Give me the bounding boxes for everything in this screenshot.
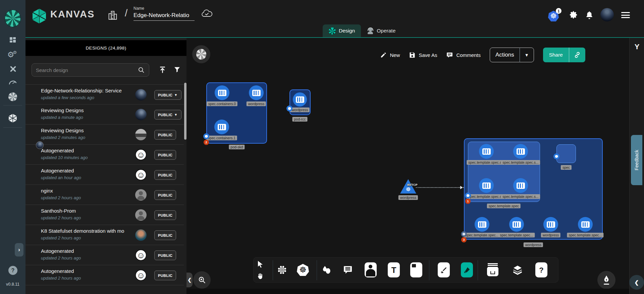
error-count-badge[interactable]: 3 [461, 237, 467, 242]
design-list-item[interactable]: Autogenerated updated 2 hours ago PUBLIC… [25, 245, 184, 265]
visibility-button[interactable]: PUBLIC ▼ [154, 190, 176, 200]
meshery-icon[interactable] [0, 91, 25, 102]
visibility-button[interactable]: PUBLIC ▼ [154, 250, 176, 260]
design-list-item[interactable]: Reviewing Designs updated a minute ago P… [25, 104, 184, 125]
media-icon[interactable] [365, 263, 377, 278]
menu-hamburger-icon[interactable] [621, 12, 630, 19]
share-label: Share [543, 52, 569, 58]
container-node[interactable] [479, 144, 494, 159]
hand-icon[interactable] [257, 273, 264, 280]
help-button[interactable]: ? [8, 266, 17, 275]
node-spec[interactable] [556, 144, 576, 163]
design-list-item[interactable]: Reviewing Designs updated 2 minutes ago … [25, 125, 184, 145]
container-node[interactable] [293, 92, 307, 106]
panel-scrollbar-thumb[interactable] [184, 83, 186, 140]
design-list-item[interactable]: nginx updated 2 hours ago PUBLIC ▼ [25, 185, 184, 205]
design-list-item[interactable]: Autogenerated updated an hour ago PUBLIC… [25, 165, 184, 185]
user-avatar[interactable] [600, 8, 614, 21]
layer5-logo[interactable] [4, 9, 21, 27]
save-as-button[interactable]: Save As [409, 52, 437, 58]
container-node[interactable] [214, 120, 229, 134]
kanvas-hexagon-icon[interactable] [0, 113, 25, 124]
visibility-button[interactable]: PUBLIC ▼ [154, 230, 176, 240]
kubernetes-icon[interactable]: ☸ [297, 264, 309, 276]
note-icon[interactable] [410, 263, 422, 278]
container-node[interactable] [249, 85, 264, 100]
marker-icon[interactable] [461, 263, 473, 278]
copy-link-icon[interactable] [569, 51, 585, 59]
comments-button[interactable]: Comments [446, 52, 481, 59]
design-search-input[interactable] [36, 67, 138, 73]
design-owner-avatar [135, 89, 147, 100]
pen-icon[interactable] [438, 263, 450, 278]
design-owner-avatar [135, 109, 147, 120]
container-node[interactable] [509, 217, 524, 232]
expand-rail-button[interactable]: › [15, 243, 23, 256]
pointer-icon[interactable] [256, 260, 264, 268]
visibility-button[interactable]: PUBLIC ▼ [154, 170, 176, 180]
container-node[interactable] [513, 144, 528, 159]
container-node[interactable] [475, 217, 489, 232]
actions-caret-icon[interactable]: ▼ [520, 53, 534, 58]
organization-icon[interactable] [107, 9, 118, 21]
api-icon[interactable] [277, 265, 287, 275]
layers-icon[interactable] [512, 265, 523, 275]
design-canvas[interactable]: New Save As Comments Actions ▼ Share spe… [186, 38, 629, 294]
new-button[interactable]: New [380, 52, 400, 58]
error-count-badge[interactable]: 1 [465, 199, 471, 204]
design-owner-avatar [135, 189, 147, 201]
feedback-tab[interactable]: Feedback [631, 135, 642, 185]
container-node[interactable] [513, 178, 528, 193]
visibility-button[interactable]: PUBLIC ▼ [154, 130, 176, 140]
collapse-right-rail-chevron[interactable]: ❮ [629, 275, 644, 290]
design-list-item[interactable]: Edge-Network-Relationship: Service updat… [25, 84, 184, 104]
container-node[interactable] [543, 217, 558, 232]
dashboard-icon[interactable] [0, 34, 25, 46]
configuration-tools-icon[interactable] [0, 63, 25, 75]
node-label: wordpress [398, 195, 418, 200]
import-design-icon[interactable] [158, 65, 167, 74]
design-owner-avatar [135, 169, 147, 180]
visibility-button[interactable]: PUBLIC ▼ [154, 90, 181, 100]
visibility-button[interactable]: PUBLIC ▼ [154, 150, 176, 160]
visibility-button[interactable]: PUBLIC ▼ [154, 271, 176, 280]
text-icon[interactable]: T [388, 263, 400, 278]
help-icon[interactable]: ? [535, 263, 547, 278]
shapes-icon[interactable] [321, 265, 331, 275]
comment-icon[interactable] [343, 265, 353, 275]
container-node[interactable] [215, 85, 229, 100]
tab-design[interactable]: Design [323, 24, 361, 37]
design-list-item[interactable]: K8 Statefulset demonstration with mo upd… [25, 225, 184, 245]
filter-funnel-icon[interactable] [173, 65, 181, 74]
actions-split-button[interactable]: Actions ▼ [490, 48, 534, 62]
visibility-button[interactable]: PUBLIC ▼ [154, 110, 181, 120]
design-name-input[interactable] [133, 11, 195, 21]
settings-gear-icon[interactable] [569, 10, 578, 19]
container-node[interactable] [578, 217, 593, 232]
design-list-item[interactable]: Santhosh-Prom updated 2 hours ago PUBLIC… [25, 205, 184, 225]
drawer-icon[interactable] [487, 263, 498, 277]
pod-badge-icon [553, 153, 559, 159]
kubernetes-glyph: ☸ [297, 264, 309, 276]
design-updated: updated 2 minutes ago [41, 135, 85, 140]
container-node[interactable] [479, 178, 494, 193]
collapse-panel-chevron[interactable]: ❮ [186, 273, 193, 287]
tab-operate[interactable]: Operate [361, 24, 401, 37]
left-nav-rail: ⚙⚙ › ? v0.8.11 [0, 0, 25, 294]
notifications-bell-icon[interactable] [585, 10, 594, 19]
canvas-logo-button[interactable] [192, 45, 210, 63]
lifecycle-gears-icon[interactable]: ⚙⚙ [0, 49, 25, 60]
design-list-item[interactable]: Autogenerated updated 2 hours ago PUBLIC… [25, 265, 184, 285]
design-list-item[interactable]: Autogenerated updated 10 minutes ago PUB… [25, 145, 184, 165]
share-split-button[interactable]: Share [543, 48, 585, 62]
visibility-button[interactable]: PUBLIC ▼ [154, 210, 176, 220]
zoom-button[interactable] [193, 271, 211, 289]
toolbar-divider [429, 260, 429, 280]
error-count-badge[interactable]: 2 [204, 140, 209, 145]
performance-gauge-icon[interactable] [0, 76, 25, 88]
visibility-label: PUBLIC [158, 173, 172, 177]
whiteboard-pen-button[interactable] [597, 271, 615, 289]
meshery-glyph [8, 92, 17, 101]
validate-icon[interactable]: Y [630, 43, 644, 51]
cloud-sync-icon[interactable] [201, 9, 213, 18]
